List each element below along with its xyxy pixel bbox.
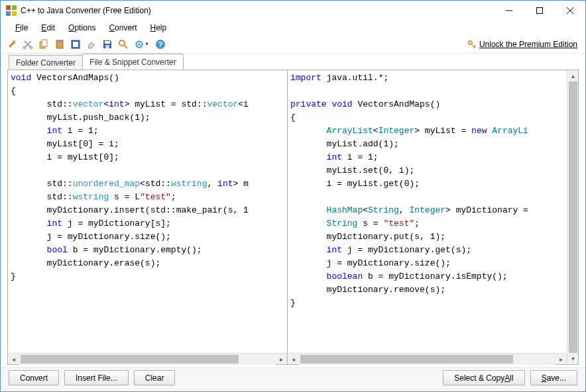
help-icon[interactable]: ? [153, 37, 168, 52]
button-row: Convert Insert File... Clear Select & Co… [1, 368, 585, 391]
menubar: File Edit Options Convert Help [1, 21, 585, 35]
svg-rect-10 [105, 45, 109, 48]
source-editor[interactable]: void VectorsAndMaps() { std::vector<int>… [8, 70, 287, 353]
select-copy-all-button[interactable]: Select & Copy All [443, 370, 524, 385]
wrench-icon[interactable] [5, 37, 19, 52]
svg-text:?: ? [158, 40, 163, 48]
svg-rect-6 [58, 40, 62, 42]
settings-icon[interactable]: ▼ [132, 37, 152, 52]
select-all-icon[interactable] [68, 37, 83, 52]
tab-file-snippet-converter[interactable]: File & Snippet Converter [82, 54, 184, 70]
menu-edit[interactable]: Edit [36, 22, 60, 34]
source-pane: void VectorsAndMaps() { std::vector<int>… [8, 70, 288, 364]
toolbar: ▼ ? Unlock the Premium Edition [1, 35, 585, 54]
tabstrip: Folder Converter File & Snippet Converte… [1, 54, 585, 70]
cut-icon[interactable] [21, 37, 35, 52]
menu-convert[interactable]: Convert [103, 22, 142, 34]
menu-help[interactable]: Help [145, 22, 172, 34]
source-hscrollbar[interactable]: ◂ ▸ [8, 353, 287, 364]
unlock-premium-link[interactable]: Unlock the Premium Edition [467, 40, 581, 49]
tab-folder-converter[interactable]: Folder Converter [9, 55, 83, 70]
app-window: C++ to Java Converter (Free Edition) Fil… [0, 0, 586, 392]
dropdown-icon: ▼ [145, 41, 150, 47]
svg-rect-9 [105, 41, 110, 44]
svg-rect-8 [73, 42, 78, 47]
unlock-label: Unlock the Premium Edition [479, 40, 577, 49]
output-pane: import java.util.*; private void Vectors… [288, 70, 567, 364]
save-button[interactable]: Save... [530, 370, 577, 385]
menu-file[interactable]: File [10, 22, 33, 34]
paste-icon[interactable] [52, 37, 67, 52]
maximize-button[interactable] [524, 1, 555, 21]
erase-icon[interactable] [84, 37, 99, 52]
minimize-button[interactable] [494, 1, 524, 21]
svg-rect-4 [42, 40, 47, 46]
output-editor[interactable]: import java.util.*; private void Vectors… [288, 70, 567, 353]
svg-rect-0 [537, 8, 543, 14]
clear-button[interactable]: Clear [134, 370, 176, 385]
editors-container: void VectorsAndMaps() { std::vector<int>… [7, 70, 579, 365]
save-icon[interactable] [100, 37, 115, 52]
key-icon [467, 40, 477, 49]
svg-point-11 [119, 40, 125, 46]
close-button[interactable] [555, 1, 585, 21]
convert-button[interactable]: Convert [9, 370, 59, 385]
output-hscrollbar[interactable]: ◂ ▸ [288, 353, 567, 364]
app-icon [6, 5, 17, 16]
svg-point-13 [138, 43, 141, 46]
titlebar: C++ to Java Converter (Free Edition) [1, 1, 585, 21]
copy-icon[interactable] [36, 37, 51, 52]
vscrollbar[interactable]: ▴ ▾ [567, 70, 578, 364]
menu-options[interactable]: Options [63, 22, 101, 34]
insert-file-button[interactable]: Insert File... [64, 370, 129, 385]
window-title: C++ to Java Converter (Free Edition) [21, 6, 151, 15]
find-icon[interactable] [116, 37, 131, 52]
